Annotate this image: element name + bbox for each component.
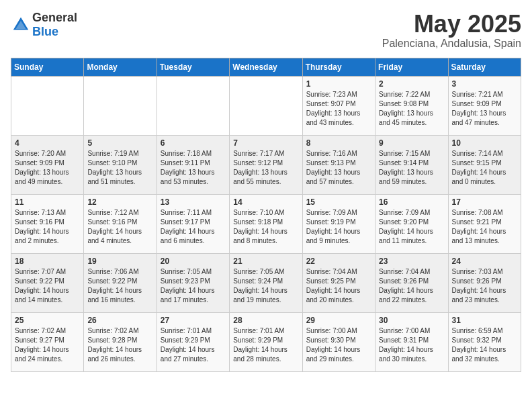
calendar-day-cell: 9Sunrise: 7:15 AMSunset: 9:14 PMDaylight… — [375, 135, 448, 194]
day-info: Sunrise: 7:13 AMSunset: 9:16 PMDaylight:… — [15, 208, 80, 246]
day-number: 22 — [306, 257, 371, 266]
day-info: Sunrise: 7:00 AMSunset: 9:30 PMDaylight:… — [306, 326, 371, 364]
calendar-day-cell: 6Sunrise: 7:18 AMSunset: 9:11 PMDaylight… — [157, 135, 229, 194]
calendar-day-cell: 13Sunrise: 7:11 AMSunset: 9:17 PMDayligh… — [157, 194, 229, 253]
day-info: Sunrise: 7:20 AMSunset: 9:09 PMDaylight:… — [15, 149, 80, 187]
day-info: Sunrise: 7:04 AMSunset: 9:26 PMDaylight:… — [379, 267, 444, 305]
day-info: Sunrise: 7:01 AMSunset: 9:29 PMDaylight:… — [233, 326, 298, 364]
calendar-day-cell: 26Sunrise: 7:02 AMSunset: 9:28 PMDayligh… — [84, 312, 157, 371]
day-number: 9 — [379, 138, 444, 148]
calendar-day-cell: 27Sunrise: 7:01 AMSunset: 9:29 PMDayligh… — [157, 312, 229, 371]
day-number: 23 — [379, 257, 444, 266]
calendar-header-cell: Wednesday — [230, 58, 302, 76]
day-number: 3 — [452, 79, 517, 89]
day-number: 8 — [306, 138, 371, 148]
day-number: 30 — [379, 316, 444, 325]
calendar-header-row: SundayMondayTuesdayWednesdayThursdayFrid… — [11, 58, 521, 76]
calendar-day-cell: 30Sunrise: 7:00 AMSunset: 9:31 PMDayligh… — [375, 312, 448, 371]
day-number: 16 — [379, 197, 444, 207]
day-number: 20 — [161, 257, 226, 266]
calendar-day-cell: 25Sunrise: 7:02 AMSunset: 9:27 PMDayligh… — [11, 312, 84, 371]
day-number: 28 — [233, 316, 298, 325]
day-info: Sunrise: 6:59 AMSunset: 9:32 PMDaylight:… — [452, 326, 517, 364]
calendar-day-cell: 10Sunrise: 7:14 AMSunset: 9:15 PMDayligh… — [448, 135, 521, 194]
calendar-day-cell: 7Sunrise: 7:17 AMSunset: 9:12 PMDaylight… — [230, 135, 302, 194]
day-info: Sunrise: 7:12 AMSunset: 9:16 PMDaylight:… — [87, 208, 152, 246]
day-number: 27 — [161, 316, 226, 325]
calendar-day-cell: 31Sunrise: 6:59 AMSunset: 9:32 PMDayligh… — [448, 312, 521, 371]
day-number: 19 — [87, 257, 152, 266]
day-info: Sunrise: 7:22 AMSunset: 9:08 PMDaylight:… — [379, 90, 444, 128]
calendar-header-cell: Saturday — [448, 58, 521, 76]
calendar-day-cell: 20Sunrise: 7:05 AMSunset: 9:23 PMDayligh… — [157, 253, 229, 312]
day-info: Sunrise: 7:16 AMSunset: 9:13 PMDaylight:… — [306, 149, 371, 187]
calendar-day-cell: 23Sunrise: 7:04 AMSunset: 9:26 PMDayligh… — [375, 253, 448, 312]
logo-icon — [11, 15, 31, 35]
day-number: 21 — [233, 257, 298, 266]
day-info: Sunrise: 7:19 AMSunset: 9:10 PMDaylight:… — [87, 149, 152, 187]
calendar-day-cell: 14Sunrise: 7:10 AMSunset: 9:18 PMDayligh… — [230, 194, 302, 253]
day-info: Sunrise: 7:06 AMSunset: 9:22 PMDaylight:… — [87, 267, 152, 305]
logo: General Blue — [11, 11, 77, 39]
calendar-day-cell — [157, 76, 229, 135]
calendar-day-cell: 17Sunrise: 7:08 AMSunset: 9:21 PMDayligh… — [448, 194, 521, 253]
logo-blue: Blue — [32, 25, 58, 38]
calendar-day-cell: 15Sunrise: 7:09 AMSunset: 9:19 PMDayligh… — [302, 194, 375, 253]
calendar-day-cell: 18Sunrise: 7:07 AMSunset: 9:22 PMDayligh… — [11, 253, 84, 312]
calendar-week-row: 4Sunrise: 7:20 AMSunset: 9:09 PMDaylight… — [11, 135, 521, 194]
calendar-day-cell — [11, 76, 84, 135]
calendar-header-cell: Tuesday — [157, 58, 229, 76]
day-info: Sunrise: 7:00 AMSunset: 9:31 PMDaylight:… — [379, 326, 444, 364]
calendar-day-cell: 5Sunrise: 7:19 AMSunset: 9:10 PMDaylight… — [84, 135, 157, 194]
calendar-day-cell: 29Sunrise: 7:00 AMSunset: 9:30 PMDayligh… — [302, 312, 375, 371]
month-title: May 2025 — [382, 11, 521, 38]
calendar-day-cell: 8Sunrise: 7:16 AMSunset: 9:13 PMDaylight… — [302, 135, 375, 194]
calendar-week-row: 18Sunrise: 7:07 AMSunset: 9:22 PMDayligh… — [11, 253, 521, 312]
calendar-week-row: 1Sunrise: 7:23 AMSunset: 9:07 PMDaylight… — [11, 76, 521, 135]
day-info: Sunrise: 7:21 AMSunset: 9:09 PMDaylight:… — [452, 90, 517, 128]
day-info: Sunrise: 7:05 AMSunset: 9:24 PMDaylight:… — [233, 267, 298, 305]
calendar-day-cell: 22Sunrise: 7:04 AMSunset: 9:25 PMDayligh… — [302, 253, 375, 312]
day-number: 7 — [233, 138, 298, 148]
page-header: General Blue May 2025 Palenciana, Andalu… — [11, 11, 521, 50]
calendar-header-cell: Monday — [84, 58, 157, 76]
day-number: 24 — [452, 257, 517, 266]
calendar-day-cell: 1Sunrise: 7:23 AMSunset: 9:07 PMDaylight… — [302, 76, 375, 135]
day-info: Sunrise: 7:10 AMSunset: 9:18 PMDaylight:… — [233, 208, 298, 246]
location-title: Palenciana, Andalusia, Spain — [382, 38, 521, 50]
day-info: Sunrise: 7:15 AMSunset: 9:14 PMDaylight:… — [379, 149, 444, 187]
calendar-day-cell: 4Sunrise: 7:20 AMSunset: 9:09 PMDaylight… — [11, 135, 84, 194]
calendar-week-row: 11Sunrise: 7:13 AMSunset: 9:16 PMDayligh… — [11, 194, 521, 253]
day-info: Sunrise: 7:08 AMSunset: 9:21 PMDaylight:… — [452, 208, 517, 246]
day-info: Sunrise: 7:23 AMSunset: 9:07 PMDaylight:… — [306, 90, 371, 128]
day-number: 4 — [15, 138, 80, 148]
calendar-day-cell: 2Sunrise: 7:22 AMSunset: 9:08 PMDaylight… — [375, 76, 448, 135]
day-info: Sunrise: 7:17 AMSunset: 9:12 PMDaylight:… — [233, 149, 298, 187]
calendar-day-cell: 12Sunrise: 7:12 AMSunset: 9:16 PMDayligh… — [84, 194, 157, 253]
calendar-day-cell: 3Sunrise: 7:21 AMSunset: 9:09 PMDaylight… — [448, 76, 521, 135]
day-number: 31 — [452, 316, 517, 325]
day-number: 5 — [87, 138, 152, 148]
day-info: Sunrise: 7:11 AMSunset: 9:17 PMDaylight:… — [161, 208, 226, 246]
logo-general: General — [32, 11, 77, 24]
day-info: Sunrise: 7:18 AMSunset: 9:11 PMDaylight:… — [161, 149, 226, 187]
day-number: 26 — [87, 316, 152, 325]
day-info: Sunrise: 7:02 AMSunset: 9:27 PMDaylight:… — [15, 326, 80, 364]
day-info: Sunrise: 7:05 AMSunset: 9:23 PMDaylight:… — [161, 267, 226, 305]
day-number: 13 — [161, 197, 226, 207]
calendar-day-cell: 28Sunrise: 7:01 AMSunset: 9:29 PMDayligh… — [230, 312, 302, 371]
calendar-day-cell: 24Sunrise: 7:03 AMSunset: 9:26 PMDayligh… — [448, 253, 521, 312]
day-number: 18 — [15, 257, 80, 266]
day-number: 14 — [233, 197, 298, 207]
calendar-day-cell: 11Sunrise: 7:13 AMSunset: 9:16 PMDayligh… — [11, 194, 84, 253]
title-block: May 2025 Palenciana, Andalusia, Spain — [382, 11, 521, 50]
calendar-body: 1Sunrise: 7:23 AMSunset: 9:07 PMDaylight… — [11, 76, 521, 371]
calendar-week-row: 25Sunrise: 7:02 AMSunset: 9:27 PMDayligh… — [11, 312, 521, 371]
day-number: 12 — [87, 197, 152, 207]
day-number: 17 — [452, 197, 517, 207]
day-info: Sunrise: 7:03 AMSunset: 9:26 PMDaylight:… — [452, 267, 517, 305]
calendar-header-cell: Friday — [375, 58, 448, 76]
calendar-day-cell — [84, 76, 157, 135]
day-info: Sunrise: 7:09 AMSunset: 9:19 PMDaylight:… — [306, 208, 371, 246]
day-info: Sunrise: 7:09 AMSunset: 9:20 PMDaylight:… — [379, 208, 444, 246]
